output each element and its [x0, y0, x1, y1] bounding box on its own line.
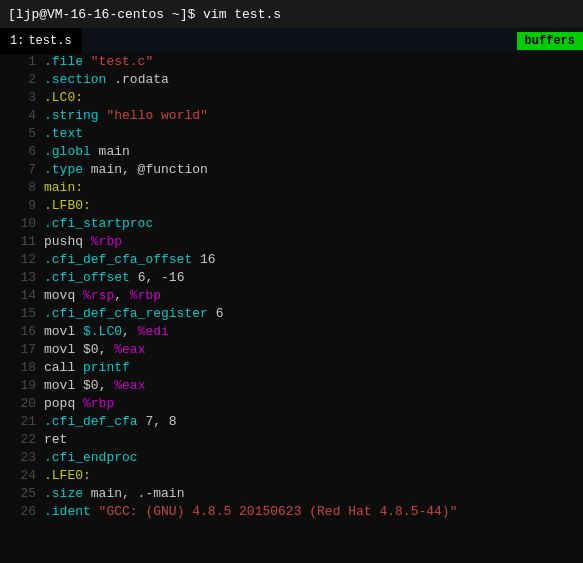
line-number: 20 [4, 396, 36, 411]
line-content: .LFE0: [44, 468, 91, 483]
table-row: 23.cfi_endproc [0, 450, 583, 468]
line-content: .cfi_def_cfa_offset 16 [44, 252, 216, 267]
line-content: .LC0: [44, 90, 83, 105]
line-content: movl $0, %eax [44, 378, 145, 393]
tab-number: 1: [10, 34, 24, 48]
line-content: .text [44, 126, 83, 141]
line-number: 21 [4, 414, 36, 429]
table-row: 26.ident "GCC: (GNU) 4.8.5 20150623 (Red… [0, 504, 583, 522]
line-number: 15 [4, 306, 36, 321]
table-row: 3.LC0: [0, 90, 583, 108]
line-number: 3 [4, 90, 36, 105]
line-number: 13 [4, 270, 36, 285]
title-bar: [ljp@VM-16-16-centos ~]$ vim test.s [0, 0, 583, 28]
line-content: .globl main [44, 144, 130, 159]
line-content: movq %rsp, %rbp [44, 288, 161, 303]
line-number: 10 [4, 216, 36, 231]
line-number: 8 [4, 180, 36, 195]
line-content: ret [44, 432, 67, 447]
line-number: 24 [4, 468, 36, 483]
line-number: 4 [4, 108, 36, 123]
line-number: 1 [4, 54, 36, 69]
table-row: 25.size main, .-main [0, 486, 583, 504]
line-content: .file "test.c" [44, 54, 153, 69]
table-row: 10.cfi_startproc [0, 216, 583, 234]
line-content: .cfi_endproc [44, 450, 138, 465]
table-row: 18call printf [0, 360, 583, 378]
table-row: 7.type main, @function [0, 162, 583, 180]
tab-filename: test.s [28, 34, 71, 48]
table-row: 9.LFB0: [0, 198, 583, 216]
line-content: .size main, .-main [44, 486, 184, 501]
table-row: 13.cfi_offset 6, -16 [0, 270, 583, 288]
table-row: 19movl $0, %eax [0, 378, 583, 396]
line-number: 9 [4, 198, 36, 213]
line-content: main: [44, 180, 83, 195]
line-number: 5 [4, 126, 36, 141]
table-row: 24.LFE0: [0, 468, 583, 486]
table-row: 8main: [0, 180, 583, 198]
line-content: .type main, @function [44, 162, 208, 177]
line-content: .ident "GCC: (GNU) 4.8.5 20150623 (Red H… [44, 504, 457, 519]
buffers-button[interactable]: buffers [517, 32, 583, 50]
table-row: 6.globl main [0, 144, 583, 162]
line-number: 14 [4, 288, 36, 303]
line-content: .cfi_def_cfa_register 6 [44, 306, 223, 321]
line-content: popq %rbp [44, 396, 114, 411]
line-number: 17 [4, 342, 36, 357]
line-number: 16 [4, 324, 36, 339]
line-number: 11 [4, 234, 36, 249]
table-row: 1.file "test.c" [0, 54, 583, 72]
table-row: 20popq %rbp [0, 396, 583, 414]
table-row: 2.section .rodata [0, 72, 583, 90]
table-row: 14movq %rsp, %rbp [0, 288, 583, 306]
table-row: 5.text [0, 126, 583, 144]
table-row: 22ret [0, 432, 583, 450]
line-number: 7 [4, 162, 36, 177]
table-row: 12.cfi_def_cfa_offset 16 [0, 252, 583, 270]
tab-item[interactable]: 1: test.s [0, 28, 82, 54]
line-number: 6 [4, 144, 36, 159]
line-number: 22 [4, 432, 36, 447]
vim-header: 1: test.s buffers [0, 28, 583, 54]
line-content: pushq %rbp [44, 234, 122, 249]
line-content: movl $.LC0, %edi [44, 324, 169, 339]
line-number: 19 [4, 378, 36, 393]
table-row: 15.cfi_def_cfa_register 6 [0, 306, 583, 324]
line-number: 12 [4, 252, 36, 267]
line-content: .section .rodata [44, 72, 169, 87]
table-row: 21.cfi_def_cfa 7, 8 [0, 414, 583, 432]
line-number: 26 [4, 504, 36, 519]
table-row: 17movl $0, %eax [0, 342, 583, 360]
line-content: .string "hello world" [44, 108, 208, 123]
line-content: call printf [44, 360, 130, 375]
line-content: .LFB0: [44, 198, 91, 213]
code-area: 1.file "test.c"2.section .rodata3.LC0:4.… [0, 54, 583, 522]
line-number: 2 [4, 72, 36, 87]
line-content: .cfi_startproc [44, 216, 153, 231]
line-content: movl $0, %eax [44, 342, 145, 357]
table-row: 16movl $.LC0, %edi [0, 324, 583, 342]
line-number: 25 [4, 486, 36, 501]
line-number: 18 [4, 360, 36, 375]
table-row: 4.string "hello world" [0, 108, 583, 126]
line-number: 23 [4, 450, 36, 465]
line-content: .cfi_offset 6, -16 [44, 270, 184, 285]
line-content: .cfi_def_cfa 7, 8 [44, 414, 177, 429]
title-text: [ljp@VM-16-16-centos ~]$ vim test.s [8, 7, 281, 22]
table-row: 11pushq %rbp [0, 234, 583, 252]
